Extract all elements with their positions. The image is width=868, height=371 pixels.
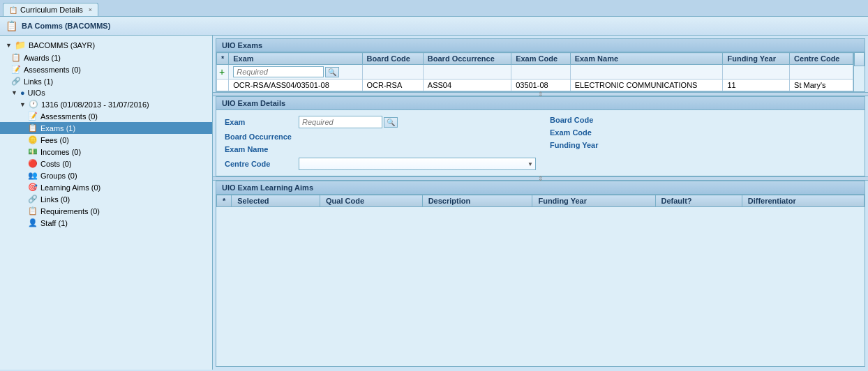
- learning-aims-label: Learning Aims (0): [40, 183, 100, 192]
- learning-aims-icon: 🎯: [28, 183, 38, 192]
- uios-label: UIOs: [28, 89, 45, 97]
- la-col-star: *: [217, 195, 232, 207]
- sidebar-item-requirements[interactable]: 📋 Requirements (0): [0, 205, 212, 217]
- uio-learning-aims-header: UIO Exam Learning Aims: [216, 181, 865, 195]
- sidebar-item-root[interactable]: ▼ 📁 BACOMMS (3AYR): [0, 38, 212, 52]
- exam-row-exam-name: ELECTRONIC COMMUNICATIONS: [570, 80, 723, 91]
- learning-aims-table-container: * Selected Qual Code Description Funding…: [216, 195, 865, 366]
- tab-bar: 📋 Curriculum Details ×: [0, 0, 868, 17]
- assessments-root-icon: 📝: [11, 65, 21, 74]
- col-exam: Exam: [229, 53, 362, 65]
- sidebar-item-costs[interactable]: 🔴 Costs (0): [0, 158, 212, 169]
- la-col-qual-code: Qual Code: [320, 195, 423, 207]
- col-exam-code: Exam Code: [511, 53, 571, 65]
- exam-detail-input[interactable]: [299, 116, 382, 128]
- form-right: Board Code Exam Code Funding Year: [550, 116, 856, 170]
- fees-icon: 🪙: [28, 135, 38, 144]
- col-centre-code: Centre Code: [790, 53, 853, 65]
- page-title: BA Comms (BACOMMS): [22, 22, 110, 30]
- board-occurrence-row: Board Occurrence: [225, 132, 536, 141]
- staff-icon: 👤: [28, 218, 38, 227]
- centre-code-label: Centre Code: [225, 160, 294, 168]
- exams-scrollbar[interactable]: [853, 52, 865, 91]
- col-exam-name: Exam Name: [570, 53, 723, 65]
- la-col-funding-year: Funding Year: [532, 195, 655, 207]
- uios-icon: ●: [20, 89, 25, 97]
- fees-label: Fees (0): [40, 136, 69, 144]
- la-col-selected: Selected: [232, 195, 320, 207]
- incomes-icon: 💵: [28, 147, 38, 156]
- board-code-label-right: Board Code: [550, 116, 620, 124]
- links-icon: 🔗: [28, 195, 38, 204]
- sidebar-item-staff[interactable]: 👤 Staff (1): [0, 217, 212, 229]
- 1316-toggle: ▼: [20, 101, 26, 108]
- staff-label: Staff (1): [40, 219, 68, 227]
- exam-name-label: Exam Name: [225, 145, 294, 153]
- board-code-row-right: Board Code: [550, 116, 856, 124]
- sidebar-item-uios[interactable]: ▼ ● UIOs: [0, 87, 212, 98]
- la-col-differentiator: Differentiator: [742, 195, 864, 207]
- uio-exams-panel: UIO Exams * Exam Board Code Board Occurr…: [216, 38, 865, 92]
- sidebar-item-links[interactable]: 🔗 Links (0): [0, 193, 212, 205]
- uio-exam-details-panel: UIO Exam Details Exam 🔍 Board: [216, 96, 865, 176]
- toggle-icon: ▼: [6, 42, 12, 49]
- sidebar-item-exams[interactable]: 📋 Exams (1): [0, 122, 212, 134]
- sidebar-item-assessments[interactable]: 📝 Assessments (0): [0, 110, 212, 122]
- sidebar-item-assessments-root[interactable]: 📝 Assessments (0): [0, 63, 212, 75]
- uio-exams-title: UIO Exams: [222, 41, 262, 50]
- links-root-icon: 🔗: [11, 77, 21, 86]
- exam-row-board-code: OCR-RSA: [362, 80, 423, 91]
- exam-code-label-right: Exam Code: [550, 128, 620, 137]
- sidebar-item-incomes[interactable]: 💵 Incomes (0): [0, 146, 212, 158]
- content-area: ▼ 📁 BACOMMS (3AYR) 📋 Awards (1) 📝 Assess…: [0, 36, 868, 370]
- exam-row[interactable]: OCR-RSA/ASS04/03501-08 OCR-RSA ASS04 035…: [217, 80, 853, 91]
- curriculum-details-tab[interactable]: 📋 Curriculum Details ×: [3, 3, 98, 16]
- uio-exam-details-title: UIO Exam Details: [222, 99, 285, 107]
- centre-code-select[interactable]: [299, 158, 536, 170]
- groups-label: Groups (0): [40, 172, 77, 180]
- add-exam-button[interactable]: +: [219, 66, 225, 77]
- links-label: Links (0): [40, 195, 70, 204]
- awards-icon: 📋: [11, 53, 21, 62]
- exam-search-button[interactable]: 🔍: [325, 67, 339, 77]
- title-icon: 📋: [6, 20, 17, 31]
- sidebar-root-label: BACOMMS (3AYR): [29, 41, 95, 50]
- funding-year-label-right: Funding Year: [550, 141, 620, 149]
- la-col-description: Description: [422, 195, 532, 207]
- exams-icon: 📋: [28, 123, 38, 132]
- centre-code-row: Centre Code: [225, 158, 536, 170]
- board-occurrence-label: Board Occurrence: [225, 132, 294, 141]
- sidebar-item-links-root[interactable]: 🔗 Links (1): [0, 75, 212, 87]
- requirements-icon: 📋: [28, 206, 38, 215]
- folder-icon: 📁: [15, 40, 26, 50]
- exam-name-row: Exam Name: [225, 145, 536, 153]
- tab-icon: 📋: [9, 6, 17, 14]
- col-board-occurrence: Board Occurrence: [423, 53, 511, 65]
- exam-field-row: Exam 🔍: [225, 116, 536, 128]
- exam-detail-search-button[interactable]: 🔍: [384, 117, 398, 128]
- exams-label: Exams (1): [40, 124, 75, 132]
- sidebar: ▼ 📁 BACOMMS (3AYR) 📋 Awards (1) 📝 Assess…: [0, 36, 213, 370]
- sidebar-item-1316[interactable]: ▼ 🕐 1316 (01/08/2013 - 31/07/2016): [0, 98, 212, 110]
- sidebar-item-learning-aims[interactable]: 🎯 Learning Aims (0): [0, 181, 212, 193]
- sidebar-item-fees[interactable]: 🪙 Fees (0): [0, 134, 212, 146]
- incomes-label: Incomes (0): [40, 148, 81, 156]
- learning-aims-table: * Selected Qual Code Description Funding…: [216, 195, 865, 207]
- groups-icon: 👥: [28, 171, 38, 180]
- assessments-label: Assessments (0): [40, 112, 98, 121]
- links-root-label: Links (1): [24, 77, 53, 86]
- awards-label: Awards (1): [24, 54, 61, 62]
- sidebar-item-groups[interactable]: 👥 Groups (0): [0, 169, 212, 181]
- funding-year-row-right: Funding Year: [550, 141, 856, 149]
- costs-icon: 🔴: [28, 159, 38, 168]
- title-bar: 📋 BA Comms (BACOMMS): [0, 17, 868, 36]
- assessments-icon: 📝: [28, 112, 38, 121]
- exam-code-row-right: Exam Code: [550, 128, 856, 137]
- uio-exams-content: * Exam Board Code Board Occurrence Exam …: [216, 52, 865, 91]
- sidebar-item-awards[interactable]: 📋 Awards (1): [0, 52, 212, 63]
- uios-toggle: ▼: [11, 89, 17, 96]
- exam-row-exam-code: 03501-08: [511, 80, 571, 91]
- col-star: *: [217, 53, 229, 65]
- exam-search-input[interactable]: [233, 66, 324, 77]
- tab-close-button[interactable]: ×: [89, 6, 92, 13]
